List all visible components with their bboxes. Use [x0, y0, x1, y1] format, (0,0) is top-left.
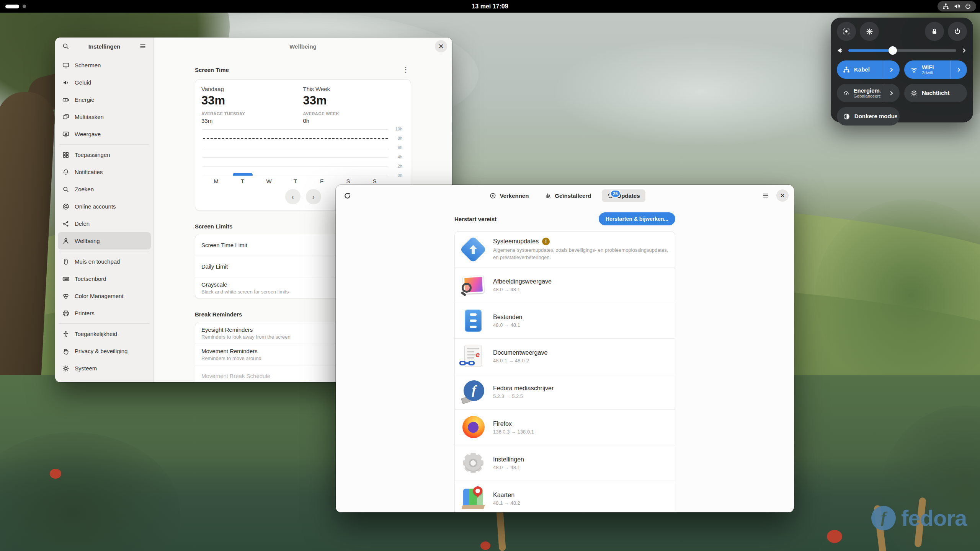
sidebar-item-weergave[interactable]: Weergave [58, 126, 151, 143]
tab-updates[interactable]: 25 Updates [602, 189, 645, 202]
chevron-right-icon: › [312, 192, 315, 201]
sidebar-item-schermen[interactable]: Schermen [58, 57, 151, 74]
row-afbeeldingsweergave[interactable]: Afbeeldingsweergave 48.0 → 48.1 [455, 267, 675, 303]
sidebar-item-label: Toegankelijkheid [75, 331, 117, 337]
appearance-icon [62, 130, 70, 138]
restart-banner: Herstart vereist Herstarten & bijwerken.… [454, 212, 675, 225]
sidebar-item-toegankelijkheid[interactable]: Toegankelijkheid [58, 325, 151, 342]
screen-time-bars [203, 129, 388, 176]
sidebar-item-zoeken[interactable]: Zoeken [58, 181, 151, 198]
row-documentweergave[interactable]: e Documentweergave 48.0-1 → 48.0-2 [455, 338, 675, 374]
sidebar-item-toepassingen[interactable]: Toepassingen [58, 146, 151, 163]
restart-required-label: Herstart vereist [454, 216, 497, 222]
volume-slider[interactable] [848, 49, 956, 52]
chevron-right-icon[interactable] [961, 47, 967, 54]
sidebar-item-systeem[interactable]: Systeem [58, 360, 151, 377]
fedora-logo-glyph: f [881, 508, 886, 527]
chart-next-button[interactable]: › [306, 189, 321, 204]
sidebar-separator [59, 144, 149, 145]
bar-slot [282, 129, 309, 176]
top-bar: 13 mei 17:09 [0, 0, 980, 13]
axis-tick-label: 10h [395, 127, 402, 131]
axis-tick-label: 0h [398, 173, 402, 178]
fedora-media-writer-icon: f [461, 380, 485, 404]
color-icon [62, 292, 70, 300]
image-viewer-icon [461, 273, 485, 297]
page-title: Wellbeing [289, 43, 317, 50]
system-status-area[interactable] [938, 1, 976, 11]
tile-wifi[interactable]: WiFi 2dwifi [904, 60, 967, 79]
fedora-wordmark: fedora [901, 505, 967, 531]
wallpaper-tree [815, 199, 980, 390]
screenshot-button[interactable] [837, 22, 856, 41]
lock-icon [931, 28, 938, 35]
tile-kabel[interactable]: Kabel [837, 60, 900, 79]
bar-slot [229, 129, 256, 176]
sidebar-item-energie[interactable]: Energie [58, 91, 151, 108]
stat-week: This Week 33m AVERAGE WEEK 0h [303, 86, 405, 124]
chart-prev-button[interactable]: ‹ [285, 189, 301, 204]
sidebar-item-label: Muis en touchpad [75, 258, 120, 265]
screen-time-menu-button[interactable]: ⋮ [400, 64, 411, 75]
screen-limits-header: Screen Limits [195, 223, 232, 230]
qs-power-button[interactable] [948, 22, 967, 41]
row-systeemupdates[interactable]: Systeemupdates ! Algemene systeemupdates… [455, 231, 675, 267]
sidebar-item-multitasken[interactable]: Multitasken [58, 108, 151, 126]
sidebar-item-label: Notificaties [75, 169, 103, 175]
volume-knob[interactable] [889, 46, 897, 55]
energie-expand-button[interactable] [883, 84, 900, 102]
row-instellingen[interactable]: Instellingen 48.0 → 48.1 [455, 445, 675, 481]
sidebar-item-muis-en-touchpad[interactable]: Muis en touchpad [58, 253, 151, 270]
clock[interactable]: 13 mei 17:09 [0, 3, 980, 10]
close-icon: ✕ [438, 43, 444, 50]
settings-close-button[interactable]: ✕ [435, 40, 447, 52]
bell-icon [62, 168, 70, 176]
system-updates-icon [461, 237, 485, 262]
fedora-watermark: f fedora [871, 505, 967, 531]
row-kaarten[interactable]: Kaarten 48.1 → 48.2 [455, 481, 675, 512]
at-icon [62, 203, 70, 210]
day-label: W [256, 178, 282, 184]
wellbeing-titlebar: Wellbeing ✕ [154, 37, 452, 55]
chevron-right-icon [889, 67, 894, 73]
tab-geinstalleerd[interactable]: Geïnstalleerd [539, 189, 596, 202]
kabel-expand-button[interactable] [883, 60, 900, 79]
files-icon [461, 308, 485, 333]
sidebar-item-toetsenbord[interactable]: Toetsenbord [58, 270, 151, 287]
software-view-switcher: Verkennen Geïnstalleerd 25 Updates [336, 189, 794, 202]
software-window: Verkennen Geïnstalleerd 25 Updates [336, 185, 794, 512]
day-label: F [309, 178, 335, 184]
sidebar-item-privacy-beveiliging[interactable]: Privacy & beveiliging [58, 342, 151, 360]
sidebar-item-color-management[interactable]: Color Management [58, 287, 151, 305]
tile-energiemodus[interactable]: Energiem... Gebalanceerd [837, 84, 900, 102]
row-fedora-mediaschrijver[interactable]: f Fedora mediaschrijver 5.2.3 → 5.2.5 [455, 374, 675, 409]
sidebar-separator [59, 251, 149, 251]
gridline [203, 176, 388, 176]
search-button[interactable] [60, 40, 72, 52]
sidebar-item-online-accounts[interactable]: Online accounts [58, 198, 151, 215]
mouse-icon [62, 258, 70, 266]
sidebar-item-printers[interactable]: Printers [58, 305, 151, 322]
wifi-expand-button[interactable] [950, 60, 967, 79]
sidebar-item-geluid[interactable]: Geluid [58, 74, 151, 91]
lock-button[interactable] [925, 22, 944, 41]
installed-icon [545, 192, 551, 199]
tab-verkennen[interactable]: Verkennen [484, 189, 534, 202]
restart-and-update-button[interactable]: Herstarten & bijwerken... [599, 212, 675, 225]
tile-nachtlicht[interactable]: Nachtlicht [904, 84, 967, 102]
sidebar-item-notificaties[interactable]: Notificaties [58, 163, 151, 181]
updates-list: Systeemupdates ! Algemene systeemupdates… [454, 231, 675, 512]
power-icon [965, 3, 971, 10]
settings-sidebar-list: Schermen Geluid Energie Multitasken Weer… [55, 55, 154, 382]
axis-tick-label: 2h [398, 164, 402, 168]
settings-app-title: Instellingen [72, 43, 137, 50]
qs-settings-button[interactable] [860, 22, 879, 41]
settings-menu-button[interactable] [137, 40, 149, 52]
tile-donkere-modus[interactable]: Donkere modus [837, 107, 900, 126]
sidebar-item-delen[interactable]: Delen [58, 215, 151, 232]
sidebar-item-label: Geluid [75, 79, 91, 86]
row-bestanden[interactable]: Bestanden 48.0 → 48.1 [455, 303, 675, 338]
row-firefox[interactable]: Firefox 136.0.3 → 138.0.1 [455, 409, 675, 445]
updates-count-badge: 25 [610, 190, 620, 197]
sidebar-item-wellbeing[interactable]: Wellbeing [58, 232, 151, 249]
